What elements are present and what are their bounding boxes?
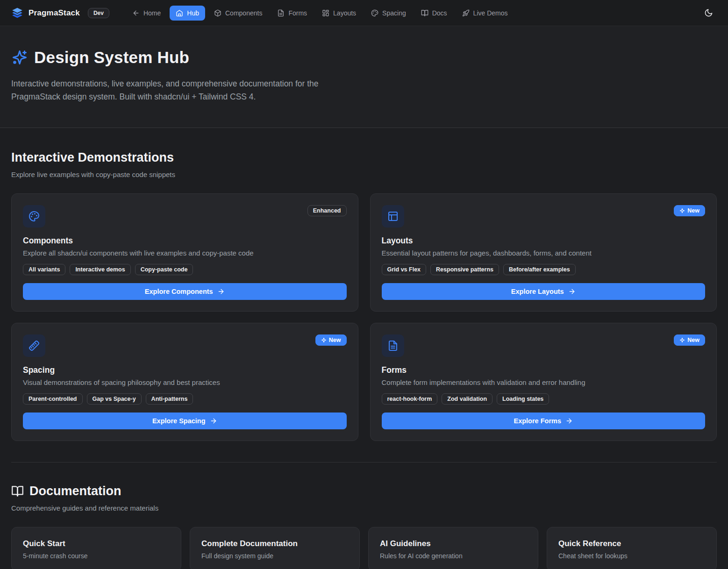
- env-badge: Dev: [88, 8, 109, 18]
- doc-card-complete-documentation[interactable]: Complete Documentation Full design syste…: [190, 527, 360, 569]
- demo-card-spacing: New Spacing Visual demonstrations of spa…: [11, 323, 358, 441]
- nav-item-forms[interactable]: Forms: [271, 6, 313, 21]
- main-content: Interactive Demonstrations Explore live …: [0, 128, 728, 569]
- tag-list: All variants Interactive demos Copy-past…: [23, 264, 347, 275]
- doc-card-title: Quick Reference: [558, 539, 705, 548]
- tag: Copy-paste code: [135, 264, 193, 275]
- card-description: Complete form implementations with valid…: [382, 378, 706, 386]
- arrow-right-icon: [210, 417, 217, 425]
- nav-item-layouts[interactable]: Layouts: [316, 6, 362, 21]
- page-subtitle: Interactive demonstrations, live example…: [11, 77, 359, 103]
- brand-name: PragmaStack: [29, 8, 80, 18]
- explore-forms-button[interactable]: Explore Forms: [382, 413, 706, 429]
- demo-card-layouts: New Layouts Essential layout patterns fo…: [370, 193, 717, 312]
- docs-section-subheading: Comprehensive guides and reference mater…: [11, 504, 717, 512]
- nav-item-label: Forms: [288, 9, 307, 17]
- main-nav: Home Hub Components Forms Layouts Spacin…: [126, 6, 514, 21]
- tag: Grid vs Flex: [382, 264, 427, 275]
- nav-item-label: Docs: [432, 9, 447, 17]
- tag: Loading states: [497, 393, 549, 405]
- nav-item-docs[interactable]: Docs: [415, 6, 453, 21]
- arrow-right-icon: [568, 288, 576, 295]
- tag: Responsive patterns: [430, 264, 499, 275]
- brand[interactable]: PragmaStack Dev: [11, 7, 109, 19]
- sparkles-icon: [11, 49, 28, 66]
- nav-item-label: Live Demos: [473, 9, 508, 17]
- card-title: Components: [23, 236, 347, 246]
- explore-spacing-button[interactable]: Explore Spacing: [23, 413, 347, 429]
- arrow-left-icon: [132, 9, 140, 17]
- page-title: Design System Hub: [34, 48, 189, 67]
- enhanced-badge: Enhanced: [307, 205, 347, 216]
- tag: Gap vs Space-y: [87, 393, 142, 405]
- rocket-icon: [462, 9, 470, 17]
- home-icon: [176, 9, 183, 17]
- tag: Before/after examples: [503, 264, 576, 275]
- docs-section-heading: Documentation: [11, 484, 717, 498]
- layers-logo-icon: [11, 7, 23, 19]
- doc-card-description: Cheat sheet for lookups: [558, 552, 705, 560]
- theme-toggle-button[interactable]: [700, 5, 717, 21]
- demos-section-subheading: Explore live examples with copy-paste co…: [11, 171, 717, 178]
- doc-card-title: Complete Documentation: [201, 539, 348, 548]
- nav-item-label: Layouts: [333, 9, 356, 17]
- book-open-icon: [11, 485, 24, 498]
- box-icon: [214, 9, 221, 17]
- nav-item-components[interactable]: Components: [208, 6, 268, 21]
- nav-item-hub[interactable]: Hub: [170, 6, 205, 21]
- tag: Zod validation: [442, 393, 492, 405]
- card-title: Forms: [382, 365, 706, 375]
- tag-list: Grid vs Flex Responsive patterns Before/…: [382, 264, 706, 275]
- new-badge: New: [315, 334, 347, 346]
- nav-item-label: Home: [143, 9, 161, 17]
- tag: react-hook-form: [382, 393, 438, 405]
- top-nav-bar: PragmaStack Dev Home Hub Components Form…: [0, 0, 728, 26]
- file-text-icon: [277, 9, 285, 17]
- tag: All variants: [23, 264, 65, 275]
- new-badge: New: [674, 334, 705, 346]
- nav-item-home[interactable]: Home: [126, 6, 167, 21]
- card-description: Explore all shadcn/ui components with li…: [23, 249, 347, 257]
- demos-section-heading: Interactive Demonstrations: [11, 150, 717, 165]
- ruler-icon: [23, 334, 45, 357]
- hero-section: Design System Hub Interactive demonstrat…: [0, 26, 728, 128]
- nav-item-spacing[interactable]: Spacing: [365, 6, 412, 21]
- demo-card-components: Enhanced Components Explore all shadcn/u…: [11, 193, 358, 312]
- arrow-right-icon: [217, 288, 225, 295]
- card-title: Spacing: [23, 365, 347, 375]
- tag: Parent-controlled: [23, 393, 83, 405]
- doc-card-quick-reference[interactable]: Quick Reference Cheat sheet for lookups: [547, 527, 717, 569]
- moon-icon: [704, 8, 713, 17]
- card-description: Essential layout patterns for pages, das…: [382, 249, 706, 257]
- demo-card-forms: New Forms Complete form implementations …: [370, 323, 717, 441]
- card-description: Visual demonstrations of spacing philoso…: [23, 378, 347, 386]
- layout-panel-icon: [382, 205, 404, 228]
- demo-card-grid: Enhanced Components Explore all shadcn/u…: [11, 193, 717, 441]
- layout-grid-icon: [322, 9, 329, 17]
- book-open-icon: [421, 9, 428, 17]
- new-badge: New: [674, 205, 705, 216]
- sparkles-icon: [679, 337, 685, 343]
- card-title: Layouts: [382, 236, 706, 246]
- arrow-right-icon: [565, 417, 573, 425]
- nav-item-label: Components: [225, 9, 262, 17]
- documentation-section: Documentation Comprehensive guides and r…: [11, 462, 717, 569]
- palette-icon: [371, 9, 378, 17]
- nav-item-label: Spacing: [382, 9, 406, 17]
- palette-icon: [23, 205, 45, 228]
- tag: Anti-patterns: [146, 393, 193, 405]
- sparkles-icon: [321, 337, 327, 343]
- doc-card-title: AI Guidelines: [380, 539, 527, 548]
- doc-card-ai-guidelines[interactable]: AI Guidelines Rules for AI code generati…: [368, 527, 538, 569]
- explore-layouts-button[interactable]: Explore Layouts: [382, 283, 706, 300]
- doc-card-description: Full design system guide: [201, 552, 348, 560]
- doc-card-quick-start[interactable]: Quick Start 5-minute crash course: [11, 527, 181, 569]
- explore-components-button[interactable]: Explore Components: [23, 283, 347, 300]
- tag: Interactive demos: [70, 264, 130, 275]
- nav-item-label: Hub: [187, 9, 199, 17]
- tag-list: react-hook-form Zod validation Loading s…: [382, 393, 706, 405]
- doc-card-title: Quick Start: [23, 539, 170, 548]
- doc-card-grid: Quick Start 5-minute crash course Comple…: [11, 527, 717, 569]
- nav-item-live-demos[interactable]: Live Demos: [456, 6, 514, 21]
- tag-list: Parent-controlled Gap vs Space-y Anti-pa…: [23, 393, 347, 405]
